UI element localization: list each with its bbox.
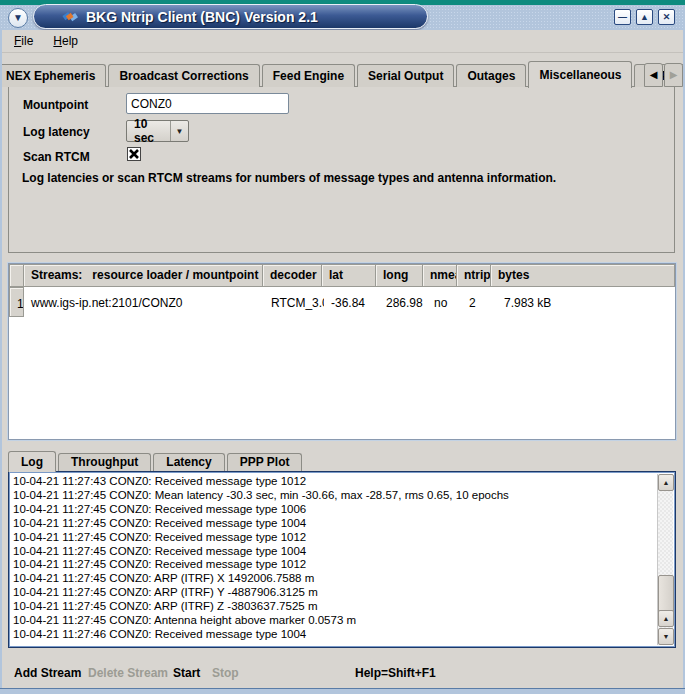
log-lines: 10-04-21 11:27:43 CONZ0: Received messag… — [13, 475, 653, 644]
column-header-long[interactable]: long — [375, 264, 423, 287]
add-stream-button[interactable]: Add Stream — [14, 666, 81, 680]
menu-bar: FileHelp — [2, 30, 683, 53]
log-latency-value: 10 sec — [127, 117, 170, 145]
log-line: 10-04-21 11:27:45 CONZ0: Received messag… — [13, 531, 653, 545]
arrow-left-icon: ◀ — [650, 69, 658, 80]
tab-nex-ephemeris[interactable]: NEX Ephemeris — [2, 64, 106, 87]
window-bottom-edge — [0, 688, 685, 694]
log-scrollbar[interactable]: ▲ ▲ ▼ — [657, 474, 673, 645]
table-cell: 7.983 kB — [497, 287, 675, 317]
scan-rtcm-label: Scan RTCM — [23, 150, 90, 164]
table-cell: 2 — [462, 287, 497, 317]
settings-tab-bar: NEX EphemerisBroadcast CorrectionsFeed E… — [2, 60, 683, 87]
stop-button: Stop — [212, 666, 239, 680]
tab-broadcast-corrections[interactable]: Broadcast Corrections — [108, 64, 259, 87]
window-left-edge — [0, 30, 2, 694]
mountpoint-input[interactable] — [126, 93, 289, 114]
tab-miscellaneous[interactable]: Miscellaneous — [528, 61, 632, 88]
arrow-up-icon: ▲ — [663, 615, 670, 622]
table-cell: 286.98 — [379, 287, 427, 317]
tab-scroll-buttons: ◀ ▶ — [644, 63, 683, 87]
tab-feed-engine[interactable]: Feed Engine — [262, 64, 355, 87]
checkmark-x-icon — [129, 149, 139, 159]
help-shortcut-text: Help=Shift+F1 — [355, 666, 436, 680]
tab-latency[interactable]: Latency — [153, 453, 224, 471]
menu-item-help[interactable]: Help — [53, 34, 78, 48]
column-header-bytes[interactable]: bytes — [490, 264, 675, 287]
log-tab-bar: LogThroughputLatencyPPP Plot — [8, 450, 304, 471]
log-line: 10-04-21 11:27:46 CONZ0: Received messag… — [13, 628, 653, 642]
streams-table-header: Streams: resource loader / mountpointdec… — [9, 264, 675, 287]
minimize-button[interactable]: — — [614, 9, 631, 25]
table-cell: no — [427, 287, 462, 317]
bnc-application-window: ▼ BKG Ntrip Client (BNC) Version 2.1 — ▲… — [0, 0, 685, 694]
miscellaneous-panel: Mountpoint Log latency 10 sec ▼ Scan RTC… — [8, 86, 675, 253]
table-row[interactable]: 1www.igs-ip.net:2101/CONZ0RTCM_3.0-36.84… — [9, 287, 675, 317]
streams-table: Streams: resource loader / mountpointdec… — [8, 263, 676, 440]
log-line: 10-04-21 11:27:45 CONZ0: Antenna height … — [13, 614, 653, 628]
start-button[interactable]: Start — [173, 666, 200, 680]
window-controls: — ▲ ✕ — [614, 9, 675, 25]
arrow-up-icon: ▲ — [663, 479, 670, 486]
scan-rtcm-checkbox[interactable] — [127, 147, 141, 161]
column-header-lat[interactable]: lat — [321, 264, 376, 287]
table-cell: RTCM_3.0 — [264, 287, 324, 317]
window-title: BKG Ntrip Client (BNC) Version 2.1 — [86, 9, 318, 25]
log-line: 10-04-21 11:27:45 CONZ0: Mean latency -3… — [13, 489, 653, 503]
panel-description: Log latencies or scan RTCM streams for n… — [22, 171, 556, 185]
column-header-ntrip[interactable]: ntrip — [456, 264, 491, 287]
maximize-button[interactable]: ▲ — [636, 9, 653, 25]
scrollbar-down-button[interactable]: ▼ — [658, 628, 674, 645]
titlebar[interactable]: ▼ BKG Ntrip Client (BNC) Version 2.1 — ▲… — [0, 5, 685, 30]
table-cell: www.igs-ip.net:2101/CONZ0 — [24, 287, 264, 317]
log-line: 10-04-21 11:27:45 CONZ0: ARP (ITRF) Y -4… — [13, 586, 653, 600]
row-number: 1 — [9, 287, 24, 317]
tab-log[interactable]: Log — [8, 451, 56, 472]
scrollbar-up-button[interactable]: ▲ — [658, 474, 674, 491]
log-latency-select[interactable]: 10 sec ▼ — [126, 120, 189, 142]
tab-serial-output[interactable]: Serial Output — [357, 64, 454, 87]
arrow-right-icon: ▶ — [670, 69, 678, 80]
column-header-decoder[interactable]: decoder — [262, 264, 322, 287]
log-line: 10-04-21 11:27:45 CONZ0: ARP (ITRF) Z -3… — [13, 600, 653, 614]
action-bar: Help=Shift+F1 Add StreamDelete StreamSta… — [0, 663, 685, 685]
log-line: 10-04-21 11:27:43 CONZ0: Received messag… — [13, 475, 653, 489]
bnc-app-icon — [62, 9, 78, 25]
arrow-down-icon: ▼ — [663, 633, 670, 640]
table-corner-cell — [9, 264, 24, 287]
delete-stream-button: Delete Stream — [88, 666, 168, 680]
table-cell: -36.84 — [324, 287, 379, 317]
log-line: 10-04-21 11:27:45 CONZ0: Received messag… — [13, 503, 653, 517]
title-pill: BKG Ntrip Client (BNC) Version 2.1 — [33, 4, 428, 29]
close-button[interactable]: ✕ — [658, 9, 675, 25]
menu-item-file[interactable]: File — [14, 34, 33, 48]
mountpoint-label: Mountpoint — [23, 98, 88, 112]
chevron-down-icon: ▼ — [13, 12, 23, 23]
log-line: 10-04-21 11:27:45 CONZ0: Received messag… — [13, 558, 653, 572]
log-line: 10-04-21 11:27:45 CONZ0: Received messag… — [13, 517, 653, 531]
log-latency-label: Log latency — [23, 125, 90, 139]
tab-scroll-left-button[interactable]: ◀ — [644, 63, 663, 87]
streams-table-body: 1www.igs-ip.net:2101/CONZ0RTCM_3.0-36.84… — [9, 287, 675, 317]
column-header-nmea[interactable]: nmea — [422, 264, 457, 287]
tab-scroll-right-button[interactable]: ▶ — [664, 63, 683, 87]
log-line: 10-04-21 11:27:45 CONZ0: Received messag… — [13, 545, 653, 559]
log-output-area[interactable]: 10-04-21 11:27:43 CONZ0: Received messag… — [8, 471, 676, 648]
column-header-streams[interactable]: Streams: resource loader / mountpoint — [23, 264, 263, 287]
tab-throughput[interactable]: Throughput — [58, 453, 151, 471]
tab-ppp-plot[interactable]: PPP Plot — [227, 453, 303, 471]
window-menu-button[interactable]: ▼ — [8, 8, 28, 28]
chevron-down-icon: ▼ — [170, 121, 188, 141]
scrollbar-up-button-bottom[interactable]: ▲ — [658, 610, 674, 627]
log-line: 10-04-21 11:27:45 CONZ0: ARP (ITRF) X 14… — [13, 572, 653, 586]
tab-outages[interactable]: Outages — [456, 64, 526, 87]
